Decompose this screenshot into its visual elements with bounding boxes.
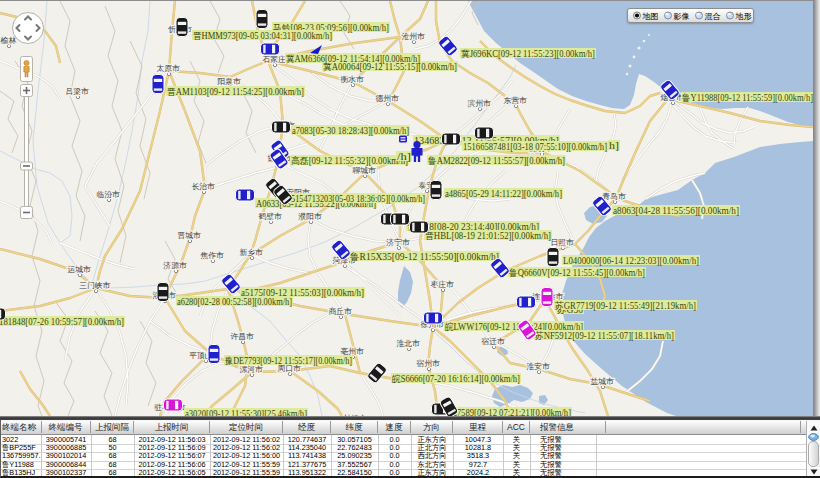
svg-text:苏GR7719[09-12 11:55:49][21.19k: 苏GR7719[09-12 11:55:49][21.19km/h] bbox=[554, 301, 696, 311]
svg-text:济宁市: 济宁市 bbox=[385, 238, 410, 247]
svg-text:沧州市: 沧州市 bbox=[401, 32, 425, 41]
svg-text:鲁AM2822[09-12 11:55:57][0.00km: 鲁AM2822[09-12 11:55:57][0.00km/h] bbox=[428, 156, 565, 166]
svg-text:东营市: 东营市 bbox=[503, 96, 527, 105]
svg-text:晋HBL[08-19 21:01:52][0.00km/h]: 晋HBL[08-19 21:01:52][0.00km/h] bbox=[425, 231, 551, 241]
svg-text:济源市: 济源市 bbox=[162, 261, 187, 270]
svg-text:181848[07-26 10:59:57][0.00km/: 181848[07-26 10:59:57][0.00km/h] bbox=[0, 317, 124, 327]
svg-text:商丘市: 商丘市 bbox=[328, 307, 352, 316]
svg-text:影像: 影像 bbox=[674, 12, 690, 21]
svg-text:a7589[09-12 07:21:21][0.00km/h: a7589[09-12 07:21:21][0.00km/h] bbox=[453, 408, 571, 416]
svg-text:日照市: 日照市 bbox=[550, 238, 574, 247]
svg-text:a8063[04-28 11:55:56][0.00km/h: a8063[04-28 11:55:56][0.00km/h] bbox=[613, 206, 739, 216]
svg-text:淮北市: 淮北市 bbox=[396, 339, 420, 348]
svg-text:漯河市: 漯河市 bbox=[239, 365, 263, 374]
svg-text:焦作市: 焦作市 bbox=[199, 251, 224, 260]
svg-text:15154713203[05-03 18:36:05][0.: 15154713203[05-03 18:36:05][0.00km/h] bbox=[287, 194, 425, 204]
svg-text:鹤壁市: 鹤壁市 bbox=[258, 212, 282, 221]
svg-text:15166587481[03-18 07:55:10][0.: 15166587481[03-18 07:55:10][0.00km/h] bbox=[463, 142, 607, 152]
svg-text:/h]: /h] bbox=[397, 152, 411, 162]
svg-text:皖S6666[07-20 16:16:14][0.00km/: 皖S6666[07-20 16:16:14][0.00km/h] bbox=[392, 374, 520, 384]
svg-text:a6280[02-28 00:52:58][0.00km/h: a6280[02-28 00:52:58][0.00km/h] bbox=[177, 297, 292, 307]
svg-text:豫DE7793[09-12 11:55:17][0.00km: 豫DE7793[09-12 11:55:17][0.00km/h] bbox=[225, 356, 352, 366]
svg-text:盐城市: 盐城市 bbox=[590, 377, 614, 386]
svg-text:a4865[05-29 14:11:22][0.00km/h: a4865[05-29 14:11:22][0.00km/h] bbox=[445, 189, 562, 199]
svg-text:濮阳市: 濮阳市 bbox=[297, 212, 322, 221]
svg-text:宿州市: 宿州市 bbox=[416, 359, 440, 368]
svg-text:L0400000[06-14 12:23:03][0.00k: L0400000[06-14 12:23:03][0.00km/h] bbox=[563, 256, 699, 266]
svg-text:运城市: 运城市 bbox=[67, 265, 91, 274]
svg-text:冀AM6366[09-12 11:54:14][0.00km: 冀AM6366[09-12 11:54:14][0.00km/h] bbox=[286, 54, 420, 64]
svg-text:鲁Q6660V[09-12 11:55:45][0.00km: 鲁Q6660V[09-12 11:55:45][0.00km/h] bbox=[509, 268, 645, 278]
svg-text:衡水市: 衡水市 bbox=[340, 75, 364, 84]
svg-text:地图: 地图 bbox=[642, 12, 659, 21]
svg-text:德州市: 德州市 bbox=[375, 94, 399, 103]
svg-text:长治市: 长治市 bbox=[191, 182, 215, 191]
svg-text:a7083[05-30 18:28:43][0.00km/h: a7083[05-30 18:28:43][0.00km/h] bbox=[292, 126, 409, 136]
svg-text:石家庄: 石家庄 bbox=[262, 55, 286, 64]
svg-text:鲁R15X35[09-12 11:55:50][0.00km: 鲁R15X35[09-12 11:55:50][0.00km/h] bbox=[350, 252, 499, 262]
svg-text:三门峡市: 三门峡市 bbox=[79, 281, 110, 290]
svg-text:地形: 地形 bbox=[735, 12, 752, 21]
svg-text:晋HMM973[09-05 03:04:31][0.00km: 晋HMM973[09-05 03:04:31][0.00km/h] bbox=[193, 31, 332, 41]
svg-text:苏NF5912[09-12 11:55:07][18.11k: 苏NF5912[09-12 11:55:07][18.11km/h] bbox=[534, 331, 674, 341]
svg-text:滨州市: 滨州市 bbox=[467, 99, 491, 108]
svg-text:枣庄市: 枣庄市 bbox=[430, 280, 454, 289]
svg-text:混合: 混合 bbox=[705, 12, 721, 21]
svg-text:a3020[09-12 11:55:30][25.46km/: a3020[09-12 11:55:30][25.46km/h] bbox=[185, 409, 307, 416]
svg-text:太原市: 太原市 bbox=[156, 64, 180, 73]
svg-text:临汾市: 临汾市 bbox=[96, 190, 120, 199]
svg-text:晋城市: 晋城市 bbox=[177, 231, 201, 240]
svg-text:聊城市: 聊城市 bbox=[352, 166, 376, 175]
svg-text:晋AM1103[09-12 11:54:25][0.00km: 晋AM1103[09-12 11:54:25][0.00km/h] bbox=[167, 87, 304, 97]
svg-text:冀J696KC[09-12 11:55:23][0.00km: 冀J696KC[09-12 11:55:23][0.00km/h] bbox=[461, 49, 595, 59]
svg-text:吕梁市: 吕梁市 bbox=[65, 87, 89, 96]
svg-text:鲁Y11988[09-12 11:55:59][0.00km: 鲁Y11988[09-12 11:55:59][0.00km/h] bbox=[682, 93, 813, 103]
svg-text:淮安市: 淮安市 bbox=[526, 362, 550, 371]
svg-text:新乡市: 新乡市 bbox=[239, 248, 263, 257]
svg-text:许昌市: 许昌市 bbox=[230, 332, 254, 341]
svg-text:阳泉市: 阳泉市 bbox=[217, 77, 241, 86]
svg-text:h]: h] bbox=[609, 141, 619, 151]
svg-text:宿迁市: 宿迁市 bbox=[481, 337, 505, 346]
svg-text:高磊[09-12 11:55:32][0.00km/h]: 高磊[09-12 11:55:32][0.00km/h] bbox=[291, 155, 408, 166]
